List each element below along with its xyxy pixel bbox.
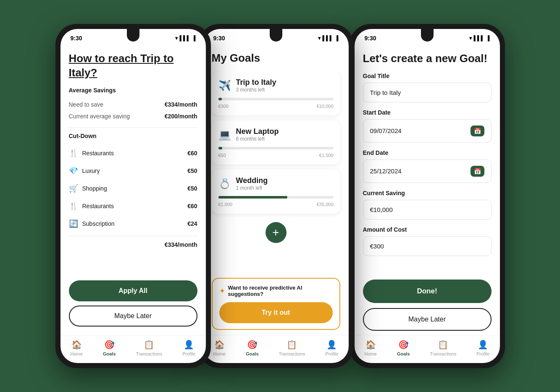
nav-item-goals[interactable]: 🎯 Goals — [246, 340, 259, 356]
time-1: 9:30 — [71, 35, 82, 42]
form-group-0: Goal Title Trip to Italy — [363, 73, 492, 102]
ai-banner: ✦ Want to receive predictive AI suggesti… — [212, 278, 340, 330]
cutdown-value: €60 — [187, 150, 197, 157]
bottom-actions-1: Apply All Maybe Later — [60, 276, 206, 335]
progress-bar-bg — [218, 196, 334, 199]
nav-item-home[interactable]: 🏠 Home — [213, 340, 226, 356]
form-input-4[interactable]: €300 — [363, 236, 492, 256]
nav-item-goals[interactable]: 🎯 Goals — [397, 340, 410, 356]
nav-label-home: Home — [365, 351, 377, 356]
ai-banner-header: ✦ Want to receive predictive AI suggesti… — [219, 285, 333, 297]
cutdown-icon: 💎 — [69, 166, 78, 175]
status-icons-1: ▾ ▌▌▌ ▐ — [175, 35, 195, 41]
done-button[interactable]: Done! — [363, 280, 492, 303]
cutdown-left: 💎 Luxury — [69, 166, 100, 175]
form-input-3[interactable]: €10,000 — [363, 200, 492, 220]
goal-header: 💍 Wedding 1 month left — [218, 176, 334, 191]
bottom-actions-3: Done! Maybe Later — [355, 275, 500, 335]
try-it-out-button[interactable]: Try it out — [219, 302, 333, 323]
title-prefix: How to reach — [69, 52, 140, 65]
goal-card[interactable]: 💍 Wedding 1 month left €1,000 €35,000 — [212, 170, 340, 214]
nav-label-profile: Profile — [325, 351, 338, 356]
cutdown-icon: 🛒 — [69, 184, 78, 193]
nav-item-home[interactable]: 🏠 Home — [71, 340, 83, 356]
wifi-icon: ▾ — [175, 35, 178, 41]
nav-item-profile[interactable]: 👤 Profile — [476, 340, 489, 356]
goal-name: Wedding — [236, 176, 268, 185]
nav-icon-goals: 🎯 — [398, 340, 409, 350]
phone-2: 9:30 ▾ ▌▌▌ ▐ My Goals ✈️ Trip to Italy 3… — [198, 24, 354, 368]
progress-labels: €1,000 €35,000 — [218, 202, 334, 207]
nav-item-profile[interactable]: 👤 Profile — [325, 340, 338, 356]
nav-item-goals[interactable]: 🎯 Goals — [103, 340, 116, 356]
phone-3: 9:30 ▾ ▌▌▌ ▐ Let's create a new Goal! Go… — [350, 24, 505, 368]
bottom-nav-2: 🏠 Home 🎯 Goals 📋 Transactions 👤 Profile — [203, 335, 349, 363]
savings-row-1: Need to save €334/month — [69, 99, 197, 110]
goal-info: Trip to Italy 3 months left — [236, 78, 276, 93]
page-title-1: How to reach Trip to Italy? — [60, 45, 206, 84]
add-btn-container: + — [212, 219, 340, 250]
goal-header: ✈️ Trip to Italy 3 months left — [218, 78, 334, 93]
cutdown-name: Restaurants — [82, 150, 114, 157]
signal-icon-3: ▌▌▌ — [473, 35, 484, 41]
form-input-1[interactable]: 09/07/2024 📅 — [363, 119, 492, 143]
progress-bar-fill — [218, 147, 222, 149]
ai-banner-text: Want to receive predictive AI suggestion… — [228, 285, 333, 297]
savings-label-1: Need to save — [69, 101, 104, 108]
battery-icon-3: ▐ — [486, 35, 490, 41]
goal-sub: 6 months left — [236, 136, 279, 142]
page-title-2: My Goals — [203, 45, 349, 71]
cutdown-name: Luxury — [82, 167, 100, 174]
goal-header: 💻 New Laptop 6 months left — [218, 127, 334, 142]
progress-bar-bg — [218, 147, 334, 149]
nav-label-transactions: Transactions — [279, 351, 305, 356]
progress-bar-fill — [218, 196, 287, 199]
time-2: 9:30 — [213, 35, 225, 42]
apply-all-button[interactable]: Apply All — [69, 280, 197, 301]
progress-min: €1,000 — [218, 202, 233, 207]
nav-icon-home: 🏠 — [214, 340, 225, 350]
form-input-0[interactable]: Trip to Italy — [363, 83, 492, 102]
spark-icon: ✦ — [219, 287, 225, 295]
savings-value-1: €334/month — [165, 101, 197, 108]
cutdown-item: 🍴 Restaurants €60 — [69, 197, 197, 215]
form-input-value-1: 09/07/2024 — [370, 127, 402, 134]
cutdown-left: 🛒 Shopping — [69, 184, 107, 193]
time-3: 9:30 — [365, 35, 376, 42]
signal-icon: ▌▌▌ — [179, 35, 190, 41]
cutdown-item: 🔄 Subscription €24 — [69, 215, 197, 233]
cutdown-item: 💎 Luxury €50 — [69, 162, 197, 180]
notch-3 — [421, 29, 434, 42]
scroll-area-1: Average Savings Need to save €334/month … — [60, 84, 206, 276]
form-input-value-2: 25/12/2024 — [370, 167, 402, 175]
cutdown-item: 🛒 Shopping €50 — [69, 180, 197, 197]
progress-max: €35,000 — [317, 202, 334, 207]
title-suffix: ? — [91, 66, 97, 79]
goal-card[interactable]: 💻 New Laptop 6 months left €50 €1,500 — [212, 120, 340, 165]
nav-icon-transactions: 📋 — [144, 340, 154, 350]
nav-item-transactions[interactable]: 📋 Transactions — [430, 340, 457, 356]
status-icons-2: ▾ ▌▌▌ ▐ — [318, 35, 338, 41]
nav-item-transactions[interactable]: 📋 Transactions — [136, 340, 163, 356]
maybe-later-button-1[interactable]: Maybe Later — [69, 306, 197, 327]
goal-name: New Laptop — [236, 127, 279, 136]
nav-icon-goals: 🎯 — [247, 340, 258, 350]
form-group-2: End Date 25/12/2024 📅 — [363, 149, 492, 183]
cutdown-value: €60 — [187, 203, 197, 209]
goal-name: Trip to Italy — [236, 78, 276, 87]
form-input-2[interactable]: 25/12/2024 📅 — [363, 159, 492, 183]
cutdown-left: 🔄 Subscription — [69, 219, 115, 228]
add-goal-button[interactable]: + — [266, 222, 287, 243]
page-title-3: Let's create a new Goal! — [355, 45, 500, 73]
progress-min: €50 — [218, 153, 226, 158]
nav-item-profile[interactable]: 👤 Profile — [182, 340, 195, 356]
progress-min: €300 — [218, 104, 229, 109]
cutdown-value: €50 — [187, 185, 197, 192]
goal-card[interactable]: ✈️ Trip to Italy 3 months left €300 €10,… — [212, 71, 340, 115]
battery-icon: ▐ — [192, 35, 196, 41]
cutdown-value: €24 — [187, 220, 197, 227]
nav-item-transactions[interactable]: 📋 Transactions — [279, 340, 305, 356]
nav-item-home[interactable]: 🏠 Home — [365, 340, 377, 356]
maybe-later-button-3[interactable]: Maybe Later — [363, 308, 492, 331]
goal-icon: 💻 — [218, 129, 231, 141]
